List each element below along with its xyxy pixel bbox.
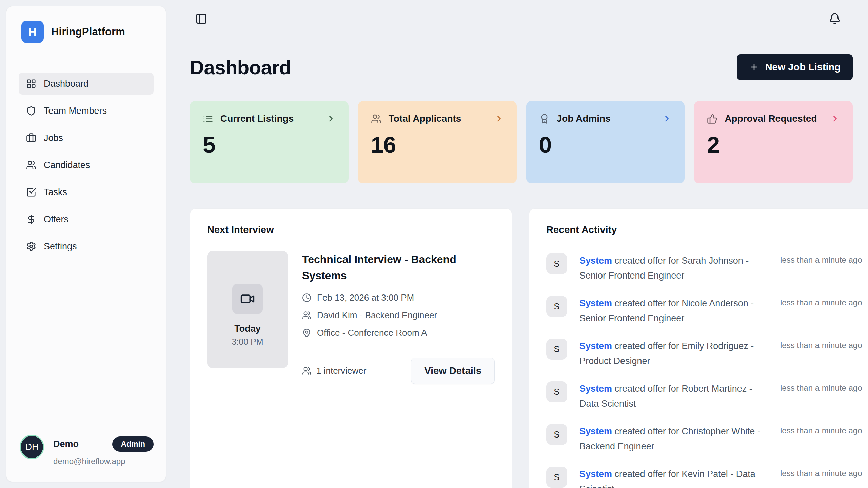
- activity-item: S System created offer for Sarah Johnson…: [546, 253, 862, 283]
- activity-actor-link[interactable]: System: [579, 298, 612, 308]
- briefcase-icon: [26, 133, 36, 143]
- chevron-right-icon: [662, 114, 672, 123]
- stat-value: 5: [203, 131, 336, 158]
- task-check-icon: [26, 187, 36, 197]
- activity-item: S System created offer for Robert Martin…: [546, 381, 862, 411]
- activity-timestamp: less than a minute ago: [780, 296, 862, 307]
- activity-avatar: S: [546, 339, 567, 360]
- activity-list: S System created offer for Sarah Johnson…: [546, 253, 862, 488]
- activity-actor-link[interactable]: System: [579, 384, 612, 394]
- activity-avatar: S: [546, 381, 567, 402]
- interview-location: Office - Conference Room A: [317, 328, 427, 338]
- sidebar-item-label: Offers: [44, 214, 68, 225]
- activity-item: S System created offer for Christopher W…: [546, 424, 862, 454]
- user-meta: Demo Admin demo@hireflow.app: [53, 436, 154, 466]
- interviewer-count: 1 interviewer: [316, 366, 366, 376]
- plus-icon: [749, 62, 759, 72]
- activity-avatar: S: [546, 467, 567, 488]
- list-icon: [203, 114, 213, 124]
- sidebar-item-label: Tasks: [44, 187, 67, 198]
- activity-item: S System created offer for Emily Rodrigu…: [546, 339, 862, 368]
- app-name: HiringPlatform: [51, 26, 125, 38]
- chevron-right-icon: [494, 114, 504, 123]
- panel-left-icon: [195, 13, 208, 25]
- sidebar-item-tasks[interactable]: Tasks: [19, 181, 154, 203]
- user-box[interactable]: DH Demo Admin demo@hireflow.app: [6, 426, 166, 482]
- activity-item: S System created offer for Kevin Patel -…: [546, 467, 862, 488]
- users-icon: [302, 366, 311, 375]
- gear-icon: [26, 241, 36, 251]
- recent-activity-title: Recent Activity: [546, 224, 862, 236]
- stat-card-total-applicants[interactable]: Total Applicants 16: [358, 101, 517, 183]
- stat-value: 2: [707, 131, 840, 158]
- panels: Next Interview Today 3:00 PM Technical I…: [190, 208, 853, 488]
- activity-timestamp: less than a minute ago: [780, 424, 862, 435]
- sidebar-item-dashboard[interactable]: Dashboard: [19, 73, 154, 95]
- stat-card-approval-requested[interactable]: Approval Requested 2: [694, 101, 853, 183]
- stat-label: Current Listings: [220, 113, 294, 124]
- user-email: demo@hireflow.app: [53, 456, 154, 466]
- interview-datetime: Feb 13, 2026 at 3:00 PM: [317, 292, 414, 303]
- content: Dashboard New Job Listing Current Listin…: [173, 37, 868, 488]
- sidebar-item-label: Candidates: [44, 160, 90, 170]
- interview-thumbnail: Today 3:00 PM: [207, 251, 288, 368]
- page-title: Dashboard: [190, 56, 291, 79]
- sidebar-item-label: Settings: [44, 241, 77, 252]
- activity-actor-link[interactable]: System: [579, 341, 612, 351]
- activity-item: S System created offer for Nicole Anders…: [546, 296, 862, 326]
- clock-icon: [302, 293, 311, 302]
- sidebar-item-label: Team Members: [44, 106, 107, 116]
- sidebar-nav: Dashboard Team Members Jobs Candidates T…: [6, 73, 166, 263]
- sidebar-item-offers[interactable]: Offers: [19, 208, 154, 230]
- sidebar-item-label: Jobs: [44, 133, 63, 143]
- activity-actor-link[interactable]: System: [579, 469, 612, 479]
- activity-actor-link[interactable]: System: [579, 256, 612, 266]
- recent-activity-panel: Recent Activity S System created offer f…: [529, 208, 868, 488]
- stat-value: 16: [371, 131, 504, 158]
- video-camera-icon: [240, 291, 255, 306]
- users-icon: [26, 160, 36, 170]
- activity-timestamp: less than a minute ago: [780, 381, 862, 393]
- activity-avatar: S: [546, 253, 567, 274]
- stat-value: 0: [539, 131, 672, 158]
- shield-icon: [26, 106, 36, 116]
- stat-cards: Current Listings 5 Total Applicants 16 J…: [190, 101, 853, 183]
- map-pin-icon: [302, 328, 311, 338]
- interview-title: Technical Interview - Backend Systems: [302, 251, 461, 284]
- interview-time: 3:00 PM: [232, 337, 263, 347]
- sidebar: H HiringPlatform Dashboard Team Members …: [6, 6, 166, 482]
- user-name: Demo: [53, 439, 79, 449]
- chevron-right-icon: [326, 114, 336, 123]
- sidebar-item-team-members[interactable]: Team Members: [19, 100, 154, 122]
- stat-card-job-admins[interactable]: Job Admins 0: [526, 101, 685, 183]
- stat-card-current-listings[interactable]: Current Listings 5: [190, 101, 349, 183]
- interview-interviewer: David Kim - Backend Engineer: [317, 310, 437, 321]
- users-icon: [371, 114, 381, 124]
- interview-day: Today: [234, 324, 261, 334]
- sidebar-item-candidates[interactable]: Candidates: [19, 154, 154, 176]
- notifications-button[interactable]: [827, 11, 842, 26]
- sidebar-item-jobs[interactable]: Jobs: [19, 127, 154, 149]
- sidebar-item-label: Dashboard: [44, 79, 88, 89]
- activity-avatar: S: [546, 424, 567, 445]
- app-logo: H: [21, 21, 44, 43]
- sidebar-item-settings[interactable]: Settings: [19, 236, 154, 257]
- next-interview-title: Next Interview: [207, 224, 495, 236]
- stat-label: Total Applicants: [389, 113, 461, 124]
- chevron-right-icon: [830, 114, 840, 123]
- new-job-listing-button[interactable]: New Job Listing: [737, 54, 853, 80]
- next-interview-panel: Next Interview Today 3:00 PM Technical I…: [190, 208, 512, 488]
- sidebar-toggle-button[interactable]: [194, 11, 209, 26]
- thumbs-up-icon: [707, 114, 717, 124]
- main-area: Dashboard New Job Listing Current Listin…: [173, 0, 868, 488]
- dashboard-grid-icon: [26, 79, 36, 89]
- activity-timestamp: less than a minute ago: [780, 339, 862, 350]
- view-details-button[interactable]: View Details: [411, 358, 495, 384]
- award-icon: [539, 114, 550, 124]
- stat-label: Job Admins: [557, 113, 611, 124]
- activity-actor-link[interactable]: System: [579, 426, 612, 436]
- activity-avatar: S: [546, 296, 567, 317]
- activity-timestamp: less than a minute ago: [780, 253, 862, 265]
- activity-timestamp: less than a minute ago: [780, 467, 862, 478]
- brand: H HiringPlatform: [6, 6, 166, 43]
